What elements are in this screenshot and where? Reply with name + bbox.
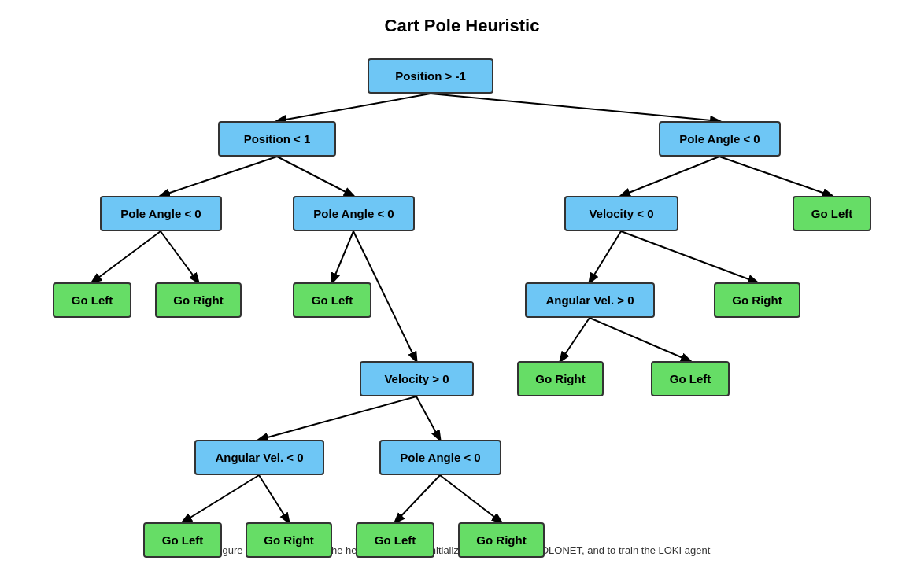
tree-node-n7: Go Left [793, 196, 871, 231]
svg-line-17 [259, 475, 289, 522]
tree-node-n21: Go Right [458, 522, 545, 558]
tree-node-n9: Go Right [155, 282, 242, 318]
svg-line-16 [183, 475, 259, 522]
svg-line-3 [277, 157, 353, 196]
svg-line-0 [277, 94, 431, 121]
svg-line-15 [416, 396, 440, 440]
tree-node-n1: Position > -1 [368, 58, 493, 94]
tree-node-n10: Go Left [293, 282, 371, 318]
svg-line-1 [431, 94, 719, 121]
tree-node-n5: Pole Angle < 0 [293, 196, 415, 231]
tree-node-n4: Pole Angle < 0 [100, 196, 222, 231]
page-title: Cart Pole Heuristic [385, 16, 540, 36]
svg-line-6 [92, 231, 161, 282]
tree-node-n11: Angular Vel. > 0 [525, 282, 655, 318]
tree-node-n14: Go Right [517, 361, 604, 396]
tree-node-n19: Go Right [246, 522, 332, 558]
tree-node-n17: Pole Angle < 0 [379, 440, 501, 475]
tree-node-n16: Angular Vel. < 0 [194, 440, 324, 475]
tree-node-n18: Go Left [143, 522, 222, 558]
svg-line-11 [621, 231, 757, 282]
svg-line-5 [719, 157, 832, 196]
tree-node-n3: Pole Angle < 0 [659, 121, 781, 157]
svg-line-4 [621, 157, 719, 196]
tree-node-n20: Go Left [356, 522, 434, 558]
tree-node-n13: Velocity > 0 [360, 361, 474, 396]
svg-line-10 [590, 231, 621, 282]
tree-node-n15: Go Left [651, 361, 730, 396]
svg-line-14 [259, 396, 416, 440]
svg-line-19 [440, 475, 501, 522]
svg-line-13 [590, 318, 690, 361]
svg-line-18 [395, 475, 440, 522]
tree-node-n12: Go Right [714, 282, 800, 318]
svg-line-12 [560, 318, 590, 361]
svg-line-7 [161, 231, 198, 282]
svg-line-8 [332, 231, 353, 282]
tree-node-n6: Velocity < 0 [564, 196, 678, 231]
tree-node-n8: Go Left [53, 282, 131, 318]
tree-node-n2: Position < 1 [218, 121, 336, 157]
tree-diagram: Position > -1Position < 1Pole Angle < 0P… [29, 50, 895, 538]
svg-line-2 [161, 157, 277, 196]
